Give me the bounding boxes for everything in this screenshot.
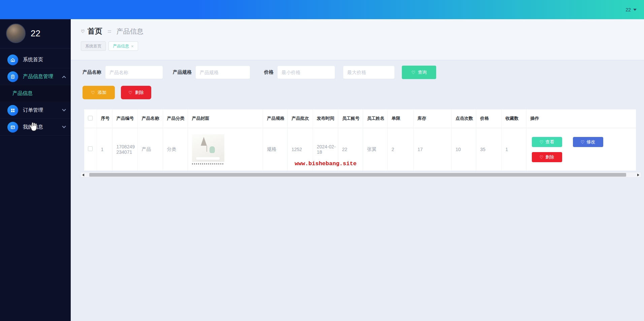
delete-button[interactable]: ♡ 删除 [121,86,151,99]
col-header: 员工账号 [338,109,363,128]
cell-product-no: 1708249234071 [112,128,137,171]
col-header: 产品规格 [263,109,287,128]
sidebar-item-label: 产品信息管理 [23,73,63,80]
sidebar-divider [0,48,71,48]
sidebar-item-order-mgmt[interactable]: 订单管理 [0,102,71,119]
search-button-label: 查询 [418,69,427,75]
row-delete-button[interactable]: ♡ 删除 [532,152,562,162]
sidebar-item-system-home[interactable]: 系统首页 [0,51,71,68]
col-header: 员工姓名 [363,109,387,128]
cell-operations: ♡ 查看 ♡ 修改 ♡ [526,128,636,171]
breadcrumb-current: 产品信息 [117,27,143,36]
edit-button[interactable]: ♡ 修改 [573,137,603,147]
main-content: ♡ 首页 产品信息 系统首页 产品信息 × 产品名称 产品规格 价格 ♡ 查询 [71,19,644,321]
avatar [6,24,26,43]
home-icon [7,55,18,65]
col-header: 点击次数 [451,109,476,128]
cell-category: 分类 [163,128,188,171]
row-checkbox[interactable] [88,146,93,151]
col-header: 产品编号 [112,109,137,128]
search-button[interactable]: ♡ 查询 [402,66,436,79]
product-name-label: 产品名称 [83,69,101,75]
breadcrumb-home[interactable]: 首页 [88,26,102,36]
heart-icon: ♡ [91,91,95,95]
tab-product-info[interactable]: 产品信息 × [108,41,138,51]
close-icon[interactable]: × [131,44,134,49]
max-price-input[interactable] [343,66,394,79]
product-cover-image [192,134,224,162]
cell-clicks: 10 [451,128,476,171]
topbar: 22 [0,0,644,19]
heart-icon: ♡ [540,155,544,159]
watermark-text: www.bishebang.site [295,160,357,167]
scroll-left-icon [82,174,84,176]
sidebar-subitem-product-info[interactable]: 产品信息 [0,85,71,102]
product-table: 序号 产品编号 产品名称 产品分类 产品封面 产品规格 产品批次 发布时间 员工… [84,109,636,171]
sidebar-subitem-label: 产品信息 [12,90,33,97]
sidebar-item-label: 我的信息 [23,124,63,130]
heart-icon: ♡ [540,140,544,144]
product-spec-input[interactable] [196,66,250,79]
col-header: 产品名称 [137,109,163,128]
heart-icon: ♡ [411,70,415,75]
tab-label: 系统首页 [85,43,101,49]
delete-button-label: 删除 [135,90,144,96]
col-header: 产品封面 [188,109,263,128]
cell-price: 35 [476,128,501,171]
sidebar-profile: 22 [0,19,71,46]
view-button[interactable]: ♡ 查看 [532,137,562,147]
price-label: 价格 [264,69,273,75]
cell-stock: 17 [413,128,451,171]
scrollbar-thumb[interactable] [89,173,626,177]
content-header: ♡ 首页 产品信息 系统首页 产品信息 × [71,19,644,60]
cell-spec: 规格 [263,128,287,171]
breadcrumb: ♡ 首页 产品信息 [81,26,644,36]
clipboard-icon [7,71,18,82]
row-delete-button-label: 删除 [545,154,554,160]
cell-limit: 2 [387,128,413,171]
table-header-row: 序号 产品编号 产品名称 产品分类 产品封面 产品规格 产品批次 发布时间 员工… [84,109,636,128]
tab-label: 产品信息 [113,43,129,49]
avatar-username: 22 [31,28,40,39]
tab-system-home[interactable]: 系统首页 [81,41,106,51]
col-header: 序号 [97,109,112,128]
heart-icon: ♡ [581,140,585,144]
sidebar-item-label: 系统首页 [23,57,65,63]
topbar-user-dropdown[interactable]: 22 [625,7,637,12]
col-header: 收藏数 [501,109,526,128]
table-row: 1 1708249234071 产品 分类 规格 1252 2024-02-18… [84,128,636,171]
tab-bar: 系统首页 产品信息 × [81,41,644,51]
add-button-label: 添加 [98,90,106,96]
page: { "icons": { "heart": "♡" }, "topbar": {… [0,0,644,321]
col-header: 产品批次 [287,109,313,128]
filter-form: 产品名称 产品规格 价格 ♡ 查询 [83,66,644,79]
cell-staff-name: 张翼 [363,128,387,171]
product-spec-label: 产品规格 [173,69,192,75]
mouse-cursor-hand [30,122,38,133]
cover-caption [192,163,224,165]
col-header: 产品分类 [163,109,188,128]
product-name-input[interactable] [105,66,163,79]
cell-favorites: 1 [501,128,526,171]
scrollbar-track[interactable] [86,172,636,177]
col-header: 单限 [387,109,413,128]
scroll-right-icon [637,174,639,176]
view-button-label: 查看 [545,139,554,145]
horizontal-scrollbar[interactable] [80,172,641,178]
add-button[interactable]: ♡ 添加 [83,86,115,99]
table-toolbar: ♡ 添加 ♡ 删除 [83,86,644,99]
scroll-right-button[interactable] [636,172,641,177]
topbar-username: 22 [625,7,631,12]
edit-button-label: 修改 [586,139,595,145]
col-header: 操作 [526,109,636,128]
sidebar-item-product-info-mgmt[interactable]: 产品信息管理 [0,68,71,85]
cell-seq: 1 [97,128,112,171]
sidebar-item-label: 订单管理 [23,107,63,113]
col-header: 发布时间 [313,109,338,128]
min-price-input[interactable] [278,66,335,79]
scroll-left-button[interactable] [80,172,86,177]
chevron-down-icon [62,107,66,111]
select-all-checkbox[interactable] [88,116,93,120]
heart-icon: ♡ [81,29,85,34]
chevron-down-icon [62,124,66,128]
